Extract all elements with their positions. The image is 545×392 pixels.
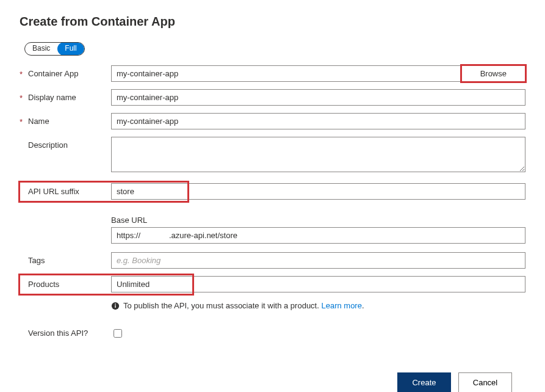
container-app-label: Container App bbox=[28, 69, 78, 78]
learn-more-link[interactable]: Learn more bbox=[321, 301, 361, 310]
svg-rect-1 bbox=[115, 305, 115, 307]
container-app-input[interactable] bbox=[111, 65, 461, 82]
name-label: Name bbox=[28, 117, 49, 126]
tags-input[interactable] bbox=[111, 252, 525, 269]
basic-full-toggle[interactable]: Basic Full bbox=[24, 42, 85, 56]
toggle-basic[interactable]: Basic bbox=[25, 42, 57, 56]
api-url-suffix-label: API URL suffix bbox=[28, 187, 79, 196]
base-url-label: Base URL bbox=[111, 216, 525, 225]
products-label: Products bbox=[28, 280, 59, 289]
required-indicator: * bbox=[20, 70, 23, 79]
cancel-button[interactable]: Cancel bbox=[458, 372, 512, 392]
products-input[interactable] bbox=[111, 276, 525, 292]
api-url-suffix-input[interactable] bbox=[111, 183, 525, 200]
description-input[interactable] bbox=[111, 137, 525, 172]
required-indicator: * bbox=[20, 117, 23, 126]
page-title: Create from Container App bbox=[20, 15, 525, 29]
toggle-full[interactable]: Full bbox=[57, 42, 84, 56]
name-input[interactable] bbox=[111, 113, 525, 129]
display-name-input[interactable] bbox=[111, 89, 525, 106]
browse-button[interactable]: Browse bbox=[461, 65, 525, 82]
info-icon bbox=[111, 302, 120, 310]
version-this-api-checkbox[interactable] bbox=[114, 329, 122, 338]
tags-label: Tags bbox=[28, 256, 45, 265]
required-indicator: * bbox=[20, 93, 23, 103]
products-info-text: To publish the API, you must associate i… bbox=[123, 301, 321, 310]
create-button[interactable]: Create bbox=[397, 372, 451, 392]
base-url-input bbox=[111, 227, 525, 244]
svg-point-2 bbox=[115, 303, 116, 305]
display-name-label: Display name bbox=[28, 93, 76, 102]
version-this-api-label: Version this API? bbox=[28, 328, 88, 338]
description-label: Description bbox=[28, 140, 68, 150]
